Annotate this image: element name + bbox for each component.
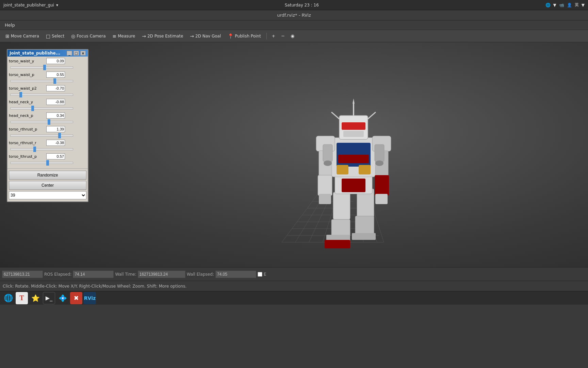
toolbar-settings[interactable]: ◉	[289, 32, 297, 40]
robot-svg	[299, 63, 408, 254]
user-icon[interactable]: 👤	[567, 3, 572, 7]
center-button[interactable]: Center	[9, 181, 86, 190]
maximize-button[interactable]: □	[74, 51, 79, 56]
svg-rect-48	[375, 144, 384, 162]
viewport[interactable]: Joint_state_publishe... _ □ × torso_wais…	[0, 42, 588, 267]
svg-rect-46	[323, 144, 332, 162]
joint-value-input-3[interactable]	[46, 99, 65, 105]
lang-dropdown-icon[interactable]: ▼	[582, 3, 585, 7]
randomize-button[interactable]: Randomize	[9, 171, 86, 180]
taskbar-close-app[interactable]: ✖	[70, 292, 82, 304]
app-menu-arrow[interactable]: ▾	[56, 3, 58, 7]
svg-rect-23	[352, 233, 376, 240]
joint-slider-4[interactable]	[10, 121, 73, 123]
menu-help[interactable]: Help	[3, 22, 17, 28]
joint-slider-6[interactable]	[10, 148, 73, 150]
joint-name-value-row-1: torso_waist_p	[9, 72, 86, 78]
joint-row: torso_waist_p2	[9, 85, 86, 97]
toolbar-separator	[266, 33, 267, 40]
minimize-button[interactable]: _	[67, 51, 72, 56]
toolbar-focus-camera[interactable]: ◎ Focus Camera	[68, 32, 108, 40]
menu-bar: Help	[0, 20, 588, 30]
toolbar-publish-point[interactable]: 📍 Publish Point	[225, 32, 263, 40]
svg-rect-41	[343, 131, 364, 137]
joint-row: torso_waist_p	[9, 72, 86, 83]
joint-row: torso_rthrust_r	[9, 140, 86, 151]
taskbar-vscode[interactable]: 💠	[56, 292, 69, 304]
ros-elapsed-input[interactable]	[73, 271, 114, 278]
joint-value-input-6[interactable]	[46, 140, 65, 146]
joint-slider-row-1	[9, 78, 86, 83]
camera-icon[interactable]: 📹	[559, 3, 564, 7]
wall-elapsed-label: Wall Elapsed:	[187, 272, 214, 277]
panel-title: Joint_state_publishe...	[10, 51, 60, 56]
joint-row: torso_waist_y	[9, 58, 86, 70]
close-app-icon: ✖	[74, 294, 79, 302]
joint-slider-2[interactable]	[10, 94, 73, 96]
taskbar-terminal[interactable]: ▶_	[43, 292, 55, 304]
toolbar: ⊞ Move Camera □ Select ◎ Focus Camera ≡ …	[0, 30, 588, 42]
toolbar-2d-pose[interactable]: → 2D Pose Estimate	[139, 32, 186, 40]
svg-rect-22	[355, 216, 374, 235]
joint-name-1: torso_waist_p	[9, 73, 46, 77]
2d-nav-label: 2D Nav Goal	[195, 34, 221, 39]
svg-rect-28	[338, 155, 369, 163]
joint-slider-3[interactable]	[10, 107, 73, 109]
joint-value-input-0[interactable]	[46, 58, 65, 64]
joint-slider-row-3	[9, 106, 86, 110]
wall-time-input[interactable]	[138, 271, 185, 278]
joint-slider-0[interactable]	[10, 66, 73, 68]
joint-name-7: torso_lthrust_p	[9, 154, 46, 159]
system-bar-left: joint_state_publisher_gui ▾	[3, 3, 58, 7]
svg-rect-30	[359, 165, 371, 174]
joint-value-input-4[interactable]	[46, 112, 65, 119]
svg-line-44	[331, 112, 339, 119]
toolbar-zoom-out[interactable]: −	[279, 32, 287, 40]
toolbar-move-camera[interactable]: ⊞ Move Camera	[3, 32, 42, 40]
joint-row: torso_rthrust_p	[9, 126, 86, 138]
joint-name-0: torso_waist_y	[9, 59, 46, 63]
taskbar-star-app[interactable]: ⭐	[29, 292, 42, 304]
joint-value-input-7[interactable]	[46, 153, 65, 159]
svg-point-47	[324, 160, 332, 166]
zoom-in-icon: +	[272, 33, 275, 39]
panel-window-buttons: _ □ ×	[67, 51, 86, 56]
lang-indicator[interactable]: 英	[575, 2, 579, 8]
joint-value-input-2[interactable]	[46, 85, 65, 91]
network-icon[interactable]: 🌐	[545, 3, 551, 7]
clock: Saturday 23 : 16	[285, 3, 319, 7]
joint-slider-1[interactable]	[10, 80, 73, 82]
pose-icon: →	[142, 33, 146, 39]
status-checkbox[interactable]	[258, 272, 262, 277]
toolbar-select[interactable]: □ Select	[43, 32, 67, 40]
svg-marker-43	[353, 98, 355, 104]
svg-rect-18	[331, 219, 350, 236]
svg-rect-20	[325, 240, 350, 248]
joint-value-input-1[interactable]	[46, 72, 65, 78]
joint-name-value-row-7: torso_lthrust_p	[9, 153, 86, 159]
move-camera-label: Move Camera	[11, 34, 39, 39]
extra-label: E	[264, 272, 266, 277]
wall-elapsed-input[interactable]	[215, 271, 256, 278]
joint-name-5: torso_rthrust_p	[9, 127, 46, 132]
toolbar-measure[interactable]: ≡ Measure	[110, 32, 138, 40]
taskbar-rviz[interactable]: RViz	[84, 292, 96, 304]
select-label: Select	[52, 34, 64, 39]
joint-value-input-5[interactable]	[46, 126, 65, 132]
close-button[interactable]: ×	[80, 51, 86, 56]
ros-time-input[interactable]	[2, 271, 43, 278]
toolbar-zoom-in[interactable]: +	[270, 32, 278, 40]
joint-list: torso_waist_ytorso_waist_ptorso_waist_p2…	[7, 57, 88, 168]
toolbar-2d-nav[interactable]: → 2D Nav Goal	[187, 32, 224, 40]
svg-rect-35	[319, 194, 331, 204]
joint-slider-5[interactable]	[10, 135, 73, 137]
joint-slider-7[interactable]	[10, 162, 73, 164]
dropdown-icon[interactable]: ▼	[553, 3, 556, 7]
select-icon: □	[46, 33, 50, 39]
joint-select[interactable]: 39	[9, 191, 86, 199]
taskbar-text-editor[interactable]: T	[16, 292, 28, 304]
taskbar: 🌐 T ⭐ ▶_ 💠 ✖ RViz	[0, 291, 588, 305]
wall-time-label: Wall Time:	[115, 272, 136, 277]
joint-name-4: head_neck_p	[9, 113, 46, 118]
taskbar-chrome[interactable]: 🌐	[2, 292, 14, 304]
